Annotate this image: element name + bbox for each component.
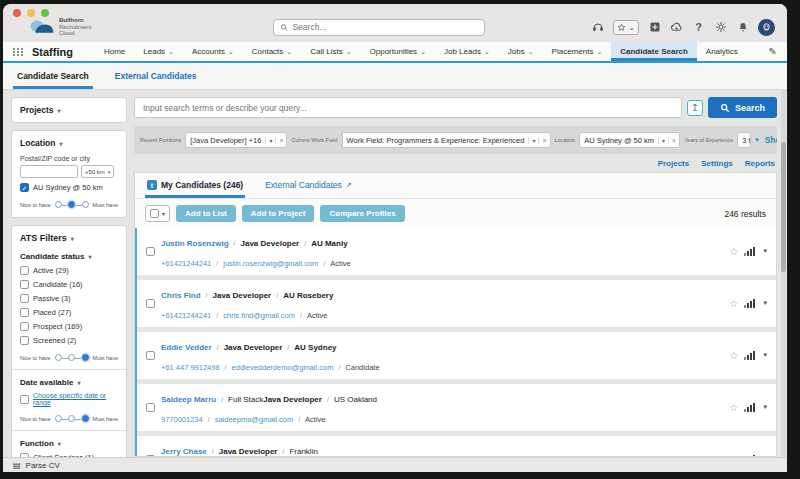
user-avatar[interactable] <box>758 19 775 36</box>
vertical-scrollbar[interactable] <box>781 90 786 457</box>
row-checkbox[interactable] <box>146 299 155 308</box>
status-weight-slider[interactable]: Nice to have Must have <box>20 354 118 361</box>
projects-panel-title[interactable]: Projects <box>20 105 118 115</box>
candidate-phone-link[interactable]: +61421244241 <box>161 259 211 268</box>
candidate-name-link[interactable]: Chris Find <box>161 291 201 300</box>
projects-link[interactable]: Projects <box>658 159 690 168</box>
slider-track[interactable] <box>55 201 89 208</box>
checkbox[interactable] <box>20 322 29 331</box>
candidate-name-link[interactable]: Saideep Marru <box>161 395 216 404</box>
parse-query-icon[interactable]: ↥ <box>687 100 703 116</box>
chip-years-experience[interactable]: 3 to <box>737 132 751 148</box>
show-toggle[interactable]: Show <box>765 135 777 145</box>
nav-item-placements[interactable]: Placements <box>543 42 612 61</box>
add-to-project-button[interactable]: Add to Project <box>242 205 315 222</box>
compare-profiles-button[interactable]: Compare Profiles <box>320 205 404 222</box>
favorite-star-icon[interactable]: ☆ <box>730 246 739 257</box>
chip-current-work-field[interactable]: Work Field: Programmers & Experience: Ex… <box>342 132 551 148</box>
candidate-row[interactable]: Chris FindJava DeveloperAU Rosebery +614… <box>137 280 776 327</box>
date-available-title[interactable]: Date available <box>20 378 118 387</box>
scrollbar-thumb[interactable] <box>781 142 786 272</box>
chip-caret-icon[interactable]: ▾ <box>528 137 538 144</box>
global-search-box[interactable] <box>273 19 485 36</box>
settings-gear-icon[interactable] <box>714 21 727 34</box>
parse-cv-button[interactable]: Parse CV <box>26 461 60 470</box>
function-title[interactable]: Function <box>20 439 118 448</box>
tab-external-candidates[interactable]: External Candidates <box>111 65 201 89</box>
candidate-row[interactable]: Jerry ChaseJava DeveloperFranklin 312545… <box>137 436 776 456</box>
nav-item-analytics[interactable]: Analytics <box>697 42 747 61</box>
checkbox[interactable] <box>20 336 29 345</box>
date-weight-slider[interactable]: Nice to have Must have <box>20 415 118 422</box>
filter-status-passive[interactable]: Passive (3) <box>20 294 118 303</box>
slider-track[interactable] <box>55 415 89 422</box>
chip-caret-icon[interactable]: ▾ <box>658 137 668 144</box>
candidate-email-link[interactable]: justin.rosenzwig@gmail.com <box>223 259 318 268</box>
chip-recent-positions[interactable]: [Java Developer] +16 ▾ × <box>185 132 287 148</box>
chip-location[interactable]: AU Sydney @ 50 km ▾ × <box>579 132 680 148</box>
edit-nav-pencil-icon[interactable]: ✎ <box>769 46 777 57</box>
location-weight-slider[interactable]: Nice to have Must have <box>20 201 118 208</box>
row-actions-caret-icon[interactable]: ▾ <box>763 351 767 359</box>
favorite-star-icon[interactable]: ☆ <box>730 402 739 413</box>
filter-status-screened[interactable]: Screened (2) <box>20 336 118 345</box>
chip-remove-icon[interactable]: × <box>275 137 286 144</box>
match-strength-icon[interactable] <box>744 403 755 412</box>
global-search-input[interactable] <box>292 22 478 32</box>
app-launcher-icon[interactable] <box>13 48 24 56</box>
notifications-bell-icon[interactable] <box>736 21 749 34</box>
select-all-caret-icon[interactable]: ▾ <box>162 210 165 217</box>
reports-link[interactable]: Reports <box>745 159 775 168</box>
projects-panel[interactable]: Projects <box>11 97 127 123</box>
checkbox[interactable] <box>20 280 29 289</box>
filter-status-prospect[interactable]: Prospect (169) <box>20 322 118 331</box>
tab-my-candidates[interactable]: t My Candidates (246) <box>145 173 245 198</box>
match-strength-icon[interactable] <box>744 455 755 457</box>
tab-external-candidates-link[interactable]: External Candidates ↗ <box>263 173 353 198</box>
checkbox[interactable] <box>20 395 29 404</box>
app-name[interactable]: Staffing <box>32 46 73 58</box>
select-all-control[interactable]: ▾ <box>145 205 170 222</box>
ats-filters-title[interactable]: ATS Filters <box>20 233 118 243</box>
nav-item-home[interactable]: Home <box>95 42 134 61</box>
candidate-phone-link[interactable]: +61 447 9912498 <box>161 363 220 372</box>
nav-item-job-leads[interactable]: Job Leads <box>435 42 499 61</box>
filter-status-placed[interactable]: Placed (27) <box>20 308 118 317</box>
show-caret-icon[interactable]: ▾ <box>755 136 759 144</box>
candidate-email-link[interactable]: saideepma@gmail.com <box>215 415 293 424</box>
candidate-name-link[interactable]: Jerry Chase <box>161 447 207 456</box>
candidate-row[interactable]: Eddie VedderJava DeveloperAU Sydney +61 … <box>137 332 776 379</box>
row-actions-caret-icon[interactable]: ▾ <box>763 299 767 307</box>
row-actions-caret-icon[interactable]: ▾ <box>763 247 767 255</box>
choose-date-link[interactable]: Choose specific date or range <box>33 392 118 406</box>
row-checkbox[interactable] <box>146 403 155 412</box>
row-checkbox[interactable] <box>146 247 155 256</box>
settings-link[interactable]: Settings <box>701 159 733 168</box>
support-headset-icon[interactable] <box>591 21 604 34</box>
nav-item-opportunities[interactable]: Opportunities <box>361 42 435 61</box>
select-all-checkbox[interactable] <box>150 209 159 218</box>
row-checkbox[interactable] <box>146 455 155 457</box>
row-actions-caret-icon[interactable]: ▾ <box>763 455 767 456</box>
location-filter-au-sydney[interactable]: AU Sydney @ 50 km <box>20 183 118 192</box>
favorite-star-icon[interactable]: ☆ <box>730 454 739 457</box>
candidate-email-link[interactable]: chris.find@gmail.com <box>223 311 295 320</box>
favorite-star-icon[interactable]: ☆ <box>730 298 739 309</box>
checkbox[interactable] <box>20 453 29 457</box>
candidate-name-link[interactable]: Eddie Vedder <box>161 343 212 352</box>
nav-item-jobs[interactable]: Jobs <box>499 42 543 61</box>
add-to-list-button[interactable]: Add to List <box>176 205 236 222</box>
help-icon[interactable]: ? <box>692 21 705 34</box>
query-input[interactable] <box>134 97 682 118</box>
chip-remove-icon[interactable]: × <box>538 137 549 144</box>
tab-candidate-search[interactable]: Candidate Search <box>13 65 93 89</box>
location-panel-title[interactable]: Location <box>20 138 118 148</box>
chip-remove-icon[interactable]: × <box>668 137 679 144</box>
radius-select[interactable]: +50 km <box>81 165 114 178</box>
nav-item-accounts[interactable]: Accounts <box>183 42 243 61</box>
nav-item-leads[interactable]: Leads <box>134 42 183 61</box>
filter-status-candidate[interactable]: Candidate (16) <box>20 280 118 289</box>
favorite-star-icon[interactable]: ☆ <box>730 350 739 361</box>
candidate-phone-link[interactable]: 9770001234 <box>161 415 203 424</box>
candidate-email-link[interactable]: eddievedderdemo@gmail.com <box>232 363 334 372</box>
